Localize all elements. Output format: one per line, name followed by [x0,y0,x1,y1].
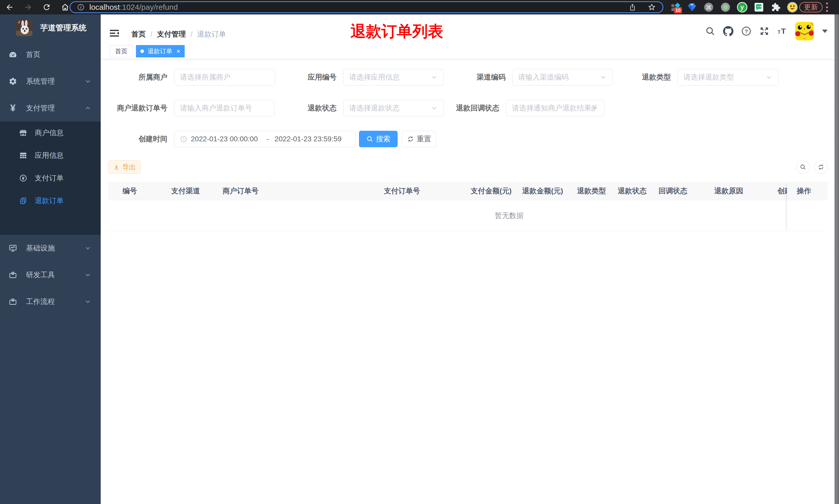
browser-home-icon[interactable] [61,3,70,12]
fullscreen-icon[interactable] [759,26,769,36]
merchant-refund-no-input[interactable] [174,100,274,116]
breadcrumb-current: 退款订单 [197,29,226,39]
sidebar-item-label: 首页 [26,50,40,59]
refund-table: 编号支付渠道商户订单号支付订单号支付金额(元)退款金额(元)退款类型退款状态回调… [108,182,828,231]
window-scrollbar[interactable] [835,14,839,504]
svg-text:?: ? [745,28,748,34]
filter-label-app: 应用编号 [275,72,343,82]
sidebar-item-workflow[interactable]: 工作流程 [0,288,101,315]
chevron-down-icon [765,74,772,81]
breadcrumb-home[interactable]: 首页 [131,29,146,39]
browser-refresh-icon[interactable] [42,3,51,12]
sidebar-item-label: 系统管理 [26,76,55,86]
github-icon[interactable] [723,26,733,36]
extension-gem-icon[interactable] [686,2,698,13]
extension-y-icon[interactable]: y [736,2,748,13]
breadcrumb-pay[interactable]: 支付管理 [157,29,186,39]
tab-home[interactable]: 首页 [110,45,133,57]
merchant-input[interactable] [174,69,275,86]
breadcrumb-separator: / [191,30,193,38]
channel-select[interactable]: 请输入渠道编码 [512,69,613,86]
svg-text:y: y [740,4,744,11]
table-fixed-cell [787,200,828,231]
search-icon[interactable] [705,26,715,36]
export-button[interactable]: 导出 [108,160,141,174]
app-select[interactable]: 请选择应用信息 [343,69,444,86]
briefcase-icon [8,297,17,306]
sidebar-item-pay-order[interactable]: 支付订单 [0,167,101,190]
chevron-down-icon [600,74,607,81]
bookmark-star-icon[interactable] [648,3,656,11]
chevron-down-icon [84,298,91,305]
app-title: 芋道管理系统 [40,23,87,33]
sidebar-item-refund-order[interactable]: 退款订单 [0,190,101,212]
share-icon[interactable] [629,3,636,11]
extension-chat-icon[interactable] [753,2,765,13]
sidebar-item-label: 支付管理 [26,103,55,113]
sidebar: 芋道管理系统 首页 系统管理 ¥ 支付管理 [0,14,101,504]
help-icon[interactable]: ? [741,26,751,36]
toggle-search-button[interactable] [796,160,810,174]
extension-devtool-icon[interactable]: 10 [670,2,681,13]
table-grid-icon [19,151,27,160]
avatar-caret-icon[interactable] [822,30,828,33]
sidebar-item-infra[interactable]: 基础设施 [0,235,101,262]
sidebar-collapse-icon[interactable] [109,28,120,39]
filter-label-refund-type: 退款类型 [613,72,678,82]
reset-button[interactable]: 重置 [402,131,436,147]
sidebar-item-merchant-info[interactable]: 商户信息 [0,122,101,144]
browser-forward-icon[interactable] [24,3,33,12]
profile-emoji-icon[interactable] [787,2,798,13]
font-size-icon[interactable]: TT [777,26,787,36]
browser-back-icon[interactable] [5,3,14,12]
table-header-cell: 回调状态 [659,186,714,196]
yen-icon: ¥ [8,104,17,112]
table-header-row: 编号支付渠道商户订单号支付订单号支付金额(元)退款金额(元)退款类型退款状态回调… [108,182,828,200]
chrome-update-button[interactable]: 更新 [799,2,822,12]
refund-type-select[interactable]: 请选择退款类型 [678,69,779,86]
user-avatar[interactable] [795,22,814,40]
refresh-table-button[interactable] [814,160,828,174]
search-button[interactable]: 搜索 [359,131,398,147]
refund-doc-icon [19,197,27,205]
filter-label-refund-status: 退款状态 [274,103,343,113]
extension-command-icon[interactable]: ⌘ [703,2,714,13]
sidebar-item-label: 应用信息 [35,150,64,160]
navbar-actions: ? TT [705,14,828,48]
filter-label-merchant: 所属商户 [108,72,174,82]
browser-menu-icon[interactable] [825,3,829,12]
briefcase-icon [8,271,17,279]
table-header-cell: 退款状态 [618,186,659,196]
sidebar-item-label: 研发工具 [26,270,55,280]
address-bar[interactable]: localhost:1024/pay/refund [70,1,663,13]
sidebar-item-pay[interactable]: ¥ 支付管理 [0,95,101,122]
notify-status-select[interactable]: 请选择通知商户退款结果的 [506,100,604,116]
chevron-down-icon [591,105,599,112]
table-header-cell: 编号 [123,186,171,196]
sidebar-item-dev-tools[interactable]: 研发工具 [0,262,101,288]
tab-refund-order[interactable]: 退款订单 × [136,45,185,57]
extension-green-dot-icon[interactable] [720,2,731,13]
chevron-down-icon [84,78,91,85]
sidebar-item-label: 退款订单 [35,196,64,206]
top-navbar: 首页 / 支付管理 / 退款订单 退款订单列表 ? TT [101,14,839,43]
refund-status-select[interactable]: 请选择退款状态 [343,100,444,116]
extensions-puzzle-icon[interactable] [770,2,781,13]
create-time-range-picker[interactable]: 2022-01-23 00:00:00 - 2022-01-23 23:59:5… [174,131,356,147]
dashboard-gauge-icon [8,50,17,59]
table-fixed-column: 操作 [787,182,828,231]
sidebar-item-system[interactable]: 系统管理 [0,68,101,95]
breadcrumb: 首页 / 支付管理 / 退款订单 [131,29,226,40]
tab-close-icon[interactable]: × [176,48,180,55]
page-content: 所属商户 应用编号 请选择应用信息 渠道编码 请输入渠道编码 退款类型 请选择退… [101,59,839,231]
sidebar-item-home[interactable]: 首页 [0,41,101,68]
site-info-icon[interactable] [77,3,85,11]
merchant-refund-no-field[interactable] [180,104,269,112]
sidebar-item-app-info[interactable]: 应用信息 [0,144,101,167]
table-header-cell: 退款原因 [714,186,778,196]
app-logo[interactable]: 芋道管理系统 [0,14,101,41]
date-start-value: 2022-01-23 00:00:00 [191,135,261,143]
merchant-input-field[interactable] [180,73,269,82]
table-header-cell: 操作 [787,182,828,200]
download-icon [113,164,120,170]
